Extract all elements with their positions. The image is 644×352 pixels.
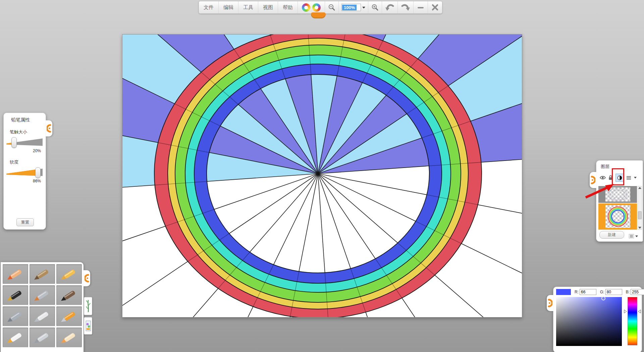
hue-marker-right-icon[interactable] (638, 309, 641, 313)
green-value-field[interactable] (605, 289, 622, 295)
color-picker-handle[interactable] (547, 295, 553, 311)
brush-palette (1, 262, 84, 352)
brush-size-slider-thumb[interactable] (11, 137, 17, 148)
menu-help[interactable]: 帮助 (278, 1, 298, 13)
menu-view[interactable]: 视图 (258, 1, 278, 13)
hue-marker-left-icon[interactable] (624, 309, 627, 313)
paint-jar-brush-icon (5, 330, 26, 345)
wood-pencil-brush-icon (32, 267, 53, 282)
quill-knife-brush-icon (32, 330, 53, 345)
picture-brush-thumbnail[interactable] (84, 317, 92, 335)
softness-value: 86% (4, 177, 46, 183)
fountain-pen-brush-icon (5, 288, 26, 303)
zoom-out-icon (328, 4, 335, 11)
pencil-properties-panel: 铅笔属性 笔触大小 20% 软度 86% 重置 (3, 113, 46, 230)
crayon-brush-icon (59, 267, 79, 282)
fountain-pen-brush[interactable] (3, 285, 28, 305)
softness-slider[interactable] (6, 167, 43, 177)
layer-item-rainbow-active[interactable] (598, 203, 637, 230)
orange-handle-icon (548, 299, 552, 307)
new-layer-button[interactable]: 新建 (599, 231, 624, 239)
zoom-dropdown-caret-icon[interactable] (362, 6, 365, 9)
blue-value-field[interactable] (631, 289, 644, 295)
zoom-level-combobox[interactable]: 100% (339, 1, 368, 13)
softness-label: 软度 (4, 153, 46, 165)
sharp-pencil-brush[interactable] (3, 264, 28, 284)
scrollbar-thumb[interactable] (638, 211, 642, 219)
zoom-out-button[interactable] (325, 1, 339, 13)
reset-button[interactable]: 重置 (16, 218, 34, 226)
chevron-down-icon (635, 235, 638, 237)
rainbow-wheel-drawing (122, 35, 522, 317)
ink-brush-brush-icon (59, 288, 79, 303)
paint-roller-brush[interactable] (56, 306, 82, 326)
red-value-field[interactable] (580, 289, 596, 295)
redo-button[interactable] (398, 1, 414, 13)
plant-brush-thumbnail[interactable] (84, 297, 92, 315)
hue-bar[interactable] (628, 297, 637, 345)
close-button[interactable] (428, 1, 442, 13)
scroll-up-icon[interactable] (638, 187, 641, 189)
paint-roller-brush-icon (59, 309, 79, 324)
red-label: R: (575, 290, 579, 294)
plant-icon (86, 299, 91, 313)
panel-collapse-handle[interactable] (46, 120, 52, 136)
rainbow-swirl-icon (302, 3, 310, 12)
layer-menu-button[interactable] (629, 234, 638, 238)
close-icon (431, 3, 439, 11)
palette-knife-brush[interactable] (30, 306, 55, 326)
redo-icon (401, 3, 410, 11)
menu-tools[interactable]: 工具 (238, 1, 258, 13)
app-logo-buttons[interactable] (298, 1, 325, 13)
paint-app-window: 文件 编辑 工具 视图 帮助 100% (0, 0, 644, 352)
eye-icon[interactable] (600, 175, 606, 180)
layer-list-icon[interactable] (626, 176, 631, 180)
orange-handle-icon (85, 274, 89, 283)
menu-file[interactable]: 文件 (199, 1, 219, 13)
palette-knife-brush-icon (32, 309, 53, 324)
undo-button[interactable] (382, 1, 398, 13)
scroll-down-icon[interactable] (638, 227, 641, 229)
eraser-brush-icon (59, 330, 79, 345)
brush-size-slider[interactable] (6, 137, 43, 147)
green-label: G: (600, 290, 604, 294)
flat-paintbrush-brush[interactable] (30, 285, 55, 305)
paint-jar-brush[interactable] (3, 328, 28, 347)
minimize-icon (417, 3, 425, 11)
layer-list-scrollbar[interactable] (638, 186, 642, 230)
ink-brush-brush[interactable] (56, 285, 82, 305)
rgb-input-row: R: G: B: (556, 289, 644, 295)
pencil-panel-title: 铅笔属性 (4, 113, 46, 123)
drawing-canvas[interactable] (122, 34, 522, 317)
picture-icon (86, 319, 91, 333)
chevron-down-icon[interactable] (634, 177, 637, 179)
layers-panel: 图层 (596, 160, 643, 242)
zoom-in-button[interactable] (368, 1, 382, 13)
zoom-level-field[interactable]: 100% (341, 4, 361, 11)
softness-slider-thumb[interactable] (35, 167, 41, 178)
main-toolbar: 文件 编辑 工具 视图 帮助 100% (199, 1, 442, 14)
undo-icon (385, 3, 394, 11)
orange-handle-icon (47, 124, 51, 133)
zoom-level-value: 100% (342, 5, 357, 10)
color-cursor-icon[interactable] (601, 296, 605, 300)
sharp-pencil-brush-icon (5, 267, 26, 282)
brush-palette-handle[interactable] (84, 270, 90, 286)
eraser-brush[interactable] (56, 328, 82, 347)
airbrush-brush[interactable] (3, 306, 28, 326)
saturation-value-gradient[interactable] (556, 297, 622, 346)
quill-knife-brush[interactable] (30, 328, 55, 347)
brush-size-value: 20% (4, 147, 46, 153)
brush-size-label: 笔触大小 (4, 123, 46, 135)
crayon-brush[interactable] (56, 264, 82, 284)
layer-rainbow-thumbnail (605, 205, 630, 228)
wood-pencil-brush[interactable] (30, 264, 55, 284)
layer-menu-icon (629, 234, 634, 238)
minimize-button[interactable] (414, 1, 428, 13)
menu-edit[interactable]: 编辑 (219, 1, 238, 13)
current-color-swatch (556, 289, 571, 295)
mascot-icon (311, 12, 326, 18)
airbrush-brush-icon (5, 309, 26, 324)
blue-label: B: (626, 290, 630, 294)
annotation-arrow-icon (584, 183, 614, 199)
